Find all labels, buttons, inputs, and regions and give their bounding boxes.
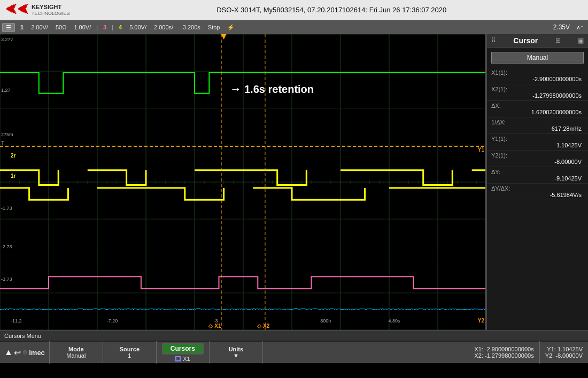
axis-right1: 800h bbox=[320, 318, 331, 324]
inv-delta-x-row: 1/ΔX: 617.28mHz bbox=[487, 117, 588, 134]
ch2-indicator: 2r bbox=[11, 153, 16, 159]
nav-icon[interactable]: ∧⁻ bbox=[574, 23, 586, 32]
logo: ⮜⮜ KEYSIGHT TECHNOLOGIES bbox=[5, 3, 70, 17]
up-arrow[interactable]: ▲ bbox=[4, 348, 13, 357]
cursors-btn-label: Cursors bbox=[171, 345, 195, 352]
voltage-reading: 2.35V bbox=[553, 23, 570, 31]
scale-5: -3.73 bbox=[1, 277, 12, 282]
x2-row: X2(1): -1.279980000000s bbox=[487, 84, 588, 101]
x1-selector[interactable]: X1 bbox=[175, 356, 190, 362]
delta-y-over-x-label: ΔY/ΔX: bbox=[491, 185, 584, 192]
inv-delta-x-label: 1/ΔX: bbox=[491, 119, 584, 125]
delta-y-value: -9.10425V bbox=[491, 175, 584, 182]
y2-value: -8.00000V bbox=[491, 159, 584, 165]
ch1-label: 1 bbox=[18, 23, 26, 31]
toolbar: ☰ 1 2.00V/ 50Ω 1.00V/ | 3 | 4 5.00V/ 2.0… bbox=[0, 20, 588, 34]
panel-window-icon[interactable]: ⊞ bbox=[555, 37, 561, 44]
axis-left2: -7.20 bbox=[107, 318, 118, 324]
panel-mode-section: Manual bbox=[487, 48, 588, 68]
bottom-status-bar: Cursors Menu bbox=[0, 330, 588, 341]
x2-label: X2(1): bbox=[491, 86, 584, 92]
menu-button[interactable]: ☰ bbox=[2, 23, 15, 32]
cursor-y2-marker: Y2 bbox=[478, 318, 484, 324]
run-status[interactable]: Stop bbox=[206, 23, 222, 31]
scale-3: -1.73 bbox=[1, 206, 12, 211]
header: ⮜⮜ KEYSIGHT TECHNOLOGIES DSO-X 3014T, My… bbox=[0, 0, 588, 20]
mode-control[interactable]: Mode Manual bbox=[50, 341, 103, 364]
cursors-button[interactable]: Cursors bbox=[162, 343, 204, 355]
source-control[interactable]: Source 1 bbox=[103, 341, 157, 364]
cursor-x2-marker: ◇ X2 bbox=[257, 323, 269, 329]
y1-info: Y1: 1.10425V bbox=[547, 346, 583, 352]
source-label: Source bbox=[120, 346, 140, 352]
ch1-offset[interactable]: 1.00V/ bbox=[72, 23, 93, 31]
timebase[interactable]: 2.000s/ bbox=[152, 23, 175, 31]
x2-value: -1.279980000000s bbox=[491, 92, 584, 99]
delay[interactable]: -3.200s bbox=[179, 23, 203, 31]
axis-left1: -11.2 bbox=[11, 318, 22, 324]
cursors-menu-label: Cursors Menu bbox=[4, 333, 41, 339]
brand-line2: TECHNOLOGIES bbox=[32, 11, 70, 17]
cursor-panel: ⠿ Cursor ⊞ ▣ Manual X1(1): -2.9000000000… bbox=[486, 34, 588, 330]
copyright-icon: © bbox=[23, 350, 27, 356]
waveform-canvas bbox=[0, 34, 486, 330]
logo-brand: KEYSIGHT TECHNOLOGIES bbox=[32, 4, 70, 17]
y1-row: Y1(1): 1.10425V bbox=[487, 134, 588, 151]
ch1-coupling[interactable]: 50Ω bbox=[53, 23, 68, 31]
mode-value: Manual bbox=[66, 352, 86, 359]
scope-display[interactable]: 3.27v 1.27 275m 2r 1r -1.73 -2.73 -3.73 … bbox=[0, 34, 486, 330]
ch1-scale[interactable]: 2.00V/ bbox=[29, 23, 50, 31]
units-label: Units bbox=[229, 346, 244, 352]
cursor-info: X1: -2.900000000000s X2: -1.279980000000… bbox=[263, 341, 540, 364]
x1-label: X1(1): bbox=[491, 69, 584, 76]
source-value: 1 bbox=[128, 352, 131, 359]
scale-1: 1.27 bbox=[1, 88, 11, 93]
delta-y-over-x-value: -5.61984V/s bbox=[491, 192, 584, 198]
scope-title: DSO-X 3014T, My58032154, 07.20.201710261… bbox=[81, 6, 583, 14]
y1-label: Y1(1): bbox=[491, 136, 584, 142]
main-area: 3.27v 1.27 275m 2r 1r -1.73 -2.73 -3.73 … bbox=[0, 34, 588, 330]
scale-2: 275m bbox=[1, 132, 13, 137]
scale-top: 3.27v bbox=[1, 37, 13, 42]
imec-section: ▲ ↩ © imec bbox=[0, 341, 50, 364]
ch1-indicator: 1r bbox=[11, 173, 16, 179]
delta-y-row: ΔY: -9.10425V bbox=[487, 167, 588, 184]
trigger-icon: ⚡ bbox=[225, 23, 237, 32]
delta-x-row: ΔX: 1.6200200000000s bbox=[487, 101, 588, 117]
scale-4: -2.73 bbox=[1, 244, 12, 249]
x1-selector-label: X1 bbox=[183, 356, 190, 362]
delta-y-over-x-row: ΔY/ΔX: -5.61984V/s bbox=[487, 184, 588, 200]
y-info: Y1: 1.10425V Y2: -8.00000V bbox=[540, 341, 588, 364]
cursor-x1-marker: ◇ X1 bbox=[208, 323, 221, 329]
delta-x-label: ΔX: bbox=[491, 103, 584, 109]
units-control[interactable]: Units ▼ bbox=[210, 341, 263, 364]
x1-checkbox[interactable] bbox=[175, 356, 181, 361]
delta-y-label: ΔY: bbox=[491, 169, 584, 175]
x2-info: X2: -1.279980000000s bbox=[474, 352, 533, 359]
cursors-control: Cursors X1 bbox=[157, 341, 210, 364]
y2-row: Y2(1): -8.00000V bbox=[487, 151, 588, 167]
y2-label: Y2(1): bbox=[491, 152, 584, 159]
down-arrow[interactable]: ↩ bbox=[14, 348, 21, 358]
nav-arrows[interactable]: ▲ ↩ bbox=[4, 348, 21, 358]
brand-line1: KEYSIGHT bbox=[32, 4, 70, 11]
y1-value: 1.10425V bbox=[491, 142, 584, 148]
delta-x-value: 1.6200200000000s bbox=[491, 109, 584, 115]
ch3-label: 3 bbox=[101, 23, 109, 31]
panel-close-icon[interactable]: ▣ bbox=[578, 37, 584, 44]
panel-title: Cursor bbox=[513, 36, 538, 45]
x1-row: X1(1): -2.900000000000s bbox=[487, 68, 588, 84]
imec-label: imec bbox=[29, 349, 45, 357]
mode-label: Mode bbox=[68, 346, 84, 352]
y2-info: Y2: -8.00000V bbox=[545, 352, 583, 359]
x1-info: X1: -2.900000000000s bbox=[474, 346, 533, 352]
mode-manual-button[interactable]: Manual bbox=[491, 52, 584, 64]
controls-bar: ▲ ↩ © imec Mode Manual Source 1 Cursors … bbox=[0, 341, 588, 363]
trigger-marker: T bbox=[1, 140, 4, 146]
panel-grid-icon[interactable]: ⠿ bbox=[491, 37, 496, 44]
units-arrow: ▼ bbox=[233, 352, 239, 359]
inv-delta-x-value: 617.28mHz bbox=[491, 125, 584, 132]
ch4-label: 4 bbox=[117, 23, 124, 31]
ch4-scale[interactable]: 5.00V/ bbox=[127, 23, 149, 31]
toolbar-right: 2.35V ∧⁻ bbox=[553, 23, 586, 32]
